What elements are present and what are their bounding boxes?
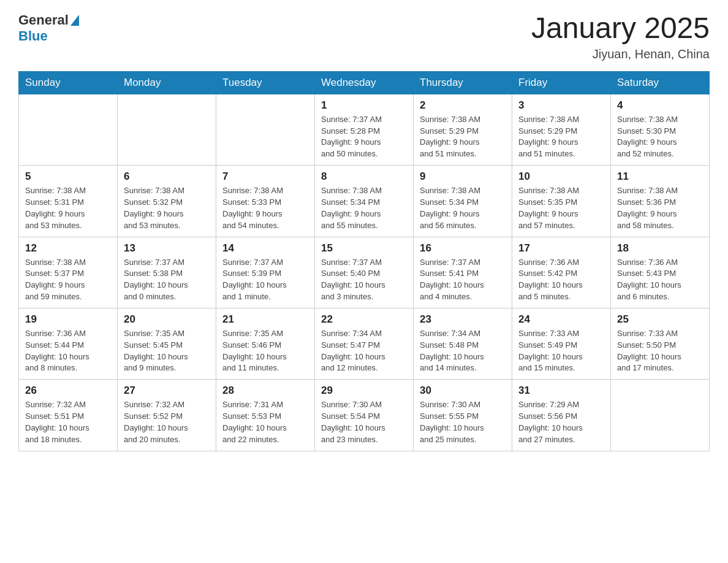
calendar-week-4: 19Sunrise: 7:36 AM Sunset: 5:44 PM Dayli…	[19, 308, 710, 379]
weekday-header-wednesday: Wednesday	[315, 71, 414, 94]
day-info: Sunrise: 7:36 AM Sunset: 5:43 PM Dayligh…	[617, 258, 681, 302]
calendar-header: SundayMondayTuesdayWednesdayThursdayFrid…	[19, 71, 710, 94]
day-number: 23	[420, 313, 506, 326]
day-info: Sunrise: 7:33 AM Sunset: 5:50 PM Dayligh…	[617, 329, 681, 373]
day-info: Sunrise: 7:33 AM Sunset: 5:49 PM Dayligh…	[518, 329, 583, 373]
calendar-cell: 27Sunrise: 7:32 AM Sunset: 5:52 PM Dayli…	[118, 380, 216, 451]
calendar-cell: 30Sunrise: 7:30 AM Sunset: 5:55 PM Dayli…	[414, 380, 512, 451]
calendar-cell: 6Sunrise: 7:38 AM Sunset: 5:32 PM Daylig…	[118, 166, 216, 237]
day-info: Sunrise: 7:37 AM Sunset: 5:40 PM Dayligh…	[321, 258, 385, 302]
day-number: 30	[420, 385, 506, 397]
calendar-cell	[611, 380, 710, 451]
calendar-cell	[19, 94, 118, 165]
calendar-cell: 20Sunrise: 7:35 AM Sunset: 5:45 PM Dayli…	[118, 308, 216, 379]
day-info: Sunrise: 7:30 AM Sunset: 5:55 PM Dayligh…	[420, 400, 484, 444]
weekday-header-tuesday: Tuesday	[216, 71, 315, 94]
day-info: Sunrise: 7:37 AM Sunset: 5:39 PM Dayligh…	[222, 258, 287, 302]
day-info: Sunrise: 7:32 AM Sunset: 5:52 PM Dayligh…	[124, 400, 188, 444]
day-number: 16	[420, 242, 506, 255]
day-info: Sunrise: 7:38 AM Sunset: 5:35 PM Dayligh…	[518, 186, 579, 230]
calendar-cell: 23Sunrise: 7:34 AM Sunset: 5:48 PM Dayli…	[414, 308, 512, 379]
day-info: Sunrise: 7:36 AM Sunset: 5:44 PM Dayligh…	[25, 329, 89, 373]
calendar-week-1: 1Sunrise: 7:37 AM Sunset: 5:28 PM Daylig…	[19, 94, 710, 165]
day-info: Sunrise: 7:30 AM Sunset: 5:54 PM Dayligh…	[321, 400, 385, 444]
calendar-cell: 14Sunrise: 7:37 AM Sunset: 5:39 PM Dayli…	[216, 237, 315, 308]
day-number: 4	[617, 99, 703, 112]
calendar-week-2: 5Sunrise: 7:38 AM Sunset: 5:31 PM Daylig…	[19, 166, 710, 237]
calendar-cell: 4Sunrise: 7:38 AM Sunset: 5:30 PM Daylig…	[611, 94, 710, 165]
calendar-cell: 25Sunrise: 7:33 AM Sunset: 5:50 PM Dayli…	[611, 308, 710, 379]
day-number: 22	[321, 313, 407, 326]
day-number: 15	[321, 242, 407, 255]
day-info: Sunrise: 7:37 AM Sunset: 5:28 PM Dayligh…	[321, 115, 382, 159]
day-number: 18	[617, 242, 703, 255]
calendar-table: SundayMondayTuesdayWednesdayThursdayFrid…	[18, 71, 710, 451]
day-info: Sunrise: 7:38 AM Sunset: 5:34 PM Dayligh…	[420, 186, 480, 230]
calendar-cell: 18Sunrise: 7:36 AM Sunset: 5:43 PM Dayli…	[611, 237, 710, 308]
calendar-cell: 10Sunrise: 7:38 AM Sunset: 5:35 PM Dayli…	[512, 166, 611, 237]
calendar-cell: 5Sunrise: 7:38 AM Sunset: 5:31 PM Daylig…	[19, 166, 118, 237]
calendar-subtitle: Jiyuan, Henan, China	[531, 47, 710, 61]
calendar-cell: 24Sunrise: 7:33 AM Sunset: 5:49 PM Dayli…	[512, 308, 611, 379]
calendar-cell: 9Sunrise: 7:38 AM Sunset: 5:34 PM Daylig…	[414, 166, 512, 237]
day-info: Sunrise: 7:34 AM Sunset: 5:48 PM Dayligh…	[420, 329, 484, 373]
day-number: 7	[222, 170, 308, 183]
day-info: Sunrise: 7:38 AM Sunset: 5:32 PM Dayligh…	[124, 186, 184, 230]
day-number: 28	[222, 385, 308, 397]
day-number: 26	[25, 385, 111, 397]
weekday-header-sunday: Sunday	[19, 71, 118, 94]
day-info: Sunrise: 7:36 AM Sunset: 5:42 PM Dayligh…	[518, 258, 583, 302]
day-info: Sunrise: 7:38 AM Sunset: 5:34 PM Dayligh…	[321, 186, 382, 230]
calendar-week-3: 12Sunrise: 7:38 AM Sunset: 5:37 PM Dayli…	[19, 237, 710, 308]
calendar-cell: 31Sunrise: 7:29 AM Sunset: 5:56 PM Dayli…	[512, 380, 611, 451]
logo: General Blue	[18, 12, 81, 44]
day-info: Sunrise: 7:38 AM Sunset: 5:33 PM Dayligh…	[222, 186, 283, 230]
day-number: 27	[124, 385, 210, 397]
weekday-header-friday: Friday	[512, 71, 611, 94]
calendar-cell: 11Sunrise: 7:38 AM Sunset: 5:36 PM Dayli…	[611, 166, 710, 237]
day-info: Sunrise: 7:38 AM Sunset: 5:29 PM Dayligh…	[518, 115, 579, 159]
day-number: 14	[222, 242, 308, 255]
day-info: Sunrise: 7:32 AM Sunset: 5:51 PM Dayligh…	[25, 400, 89, 444]
day-number: 9	[420, 170, 506, 183]
calendar-cell: 12Sunrise: 7:38 AM Sunset: 5:37 PM Dayli…	[19, 237, 118, 308]
calendar-cell: 28Sunrise: 7:31 AM Sunset: 5:53 PM Dayli…	[216, 380, 315, 451]
weekday-header-saturday: Saturday	[611, 71, 710, 94]
weekday-header-thursday: Thursday	[414, 71, 512, 94]
calendar-cell: 26Sunrise: 7:32 AM Sunset: 5:51 PM Dayli…	[19, 380, 118, 451]
calendar-cell	[118, 94, 216, 165]
logo-general-text: General	[18, 12, 69, 28]
calendar-cell: 16Sunrise: 7:37 AM Sunset: 5:41 PM Dayli…	[414, 237, 512, 308]
calendar-cell: 2Sunrise: 7:38 AM Sunset: 5:29 PM Daylig…	[414, 94, 512, 165]
calendar-cell: 21Sunrise: 7:35 AM Sunset: 5:46 PM Dayli…	[216, 308, 315, 379]
calendar-cell: 17Sunrise: 7:36 AM Sunset: 5:42 PM Dayli…	[512, 237, 611, 308]
day-number: 21	[222, 313, 308, 326]
day-number: 1	[321, 99, 407, 112]
day-info: Sunrise: 7:38 AM Sunset: 5:36 PM Dayligh…	[617, 186, 678, 230]
day-info: Sunrise: 7:34 AM Sunset: 5:47 PM Dayligh…	[321, 329, 385, 373]
day-info: Sunrise: 7:38 AM Sunset: 5:37 PM Dayligh…	[25, 258, 86, 302]
calendar-cell: 29Sunrise: 7:30 AM Sunset: 5:54 PM Dayli…	[315, 380, 414, 451]
calendar-cell: 15Sunrise: 7:37 AM Sunset: 5:40 PM Dayli…	[315, 237, 414, 308]
calendar-cell: 1Sunrise: 7:37 AM Sunset: 5:28 PM Daylig…	[315, 94, 414, 165]
calendar-cell: 19Sunrise: 7:36 AM Sunset: 5:44 PM Dayli…	[19, 308, 118, 379]
calendar-body: 1Sunrise: 7:37 AM Sunset: 5:28 PM Daylig…	[19, 94, 710, 451]
day-info: Sunrise: 7:38 AM Sunset: 5:31 PM Dayligh…	[25, 186, 86, 230]
title-section: January 2025 Jiyuan, Henan, China	[531, 12, 710, 61]
logo-blue-text: Blue	[18, 28, 48, 44]
day-info: Sunrise: 7:38 AM Sunset: 5:30 PM Dayligh…	[617, 115, 678, 159]
day-number: 13	[124, 242, 210, 255]
day-number: 20	[124, 313, 210, 326]
day-number: 8	[321, 170, 407, 183]
day-info: Sunrise: 7:29 AM Sunset: 5:56 PM Dayligh…	[518, 400, 583, 444]
day-info: Sunrise: 7:38 AM Sunset: 5:29 PM Dayligh…	[420, 115, 480, 159]
day-number: 31	[518, 385, 604, 397]
calendar-cell: 7Sunrise: 7:38 AM Sunset: 5:33 PM Daylig…	[216, 166, 315, 237]
day-number: 12	[25, 242, 111, 255]
calendar-cell: 22Sunrise: 7:34 AM Sunset: 5:47 PM Dayli…	[315, 308, 414, 379]
day-number: 5	[25, 170, 111, 183]
logo-triangle-icon	[70, 15, 79, 26]
calendar-cell: 13Sunrise: 7:37 AM Sunset: 5:38 PM Dayli…	[118, 237, 216, 308]
day-number: 25	[617, 313, 703, 326]
day-number: 24	[518, 313, 604, 326]
